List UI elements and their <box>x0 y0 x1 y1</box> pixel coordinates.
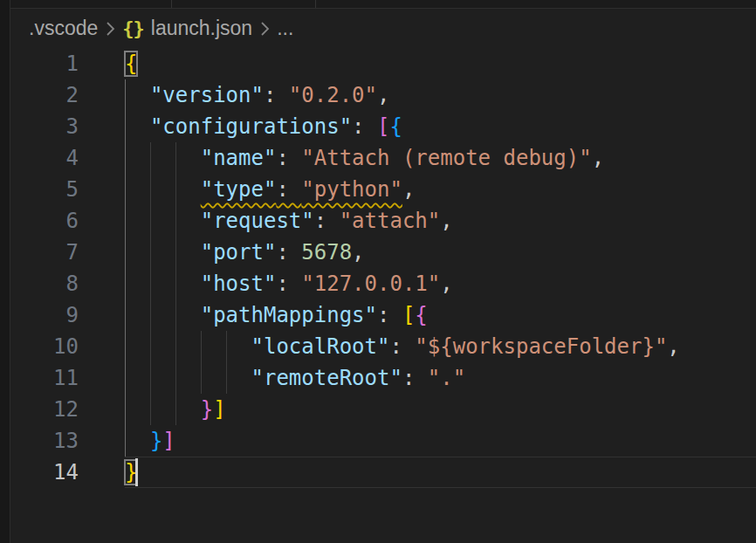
code-token: "localRoot" <box>251 334 390 359</box>
code-token: : <box>276 146 301 170</box>
code-token <box>125 114 150 139</box>
line-number: 13 <box>10 425 125 457</box>
code-token: "attach" <box>340 209 441 233</box>
line-number: 14 <box>10 457 125 488</box>
code-token: "version" <box>150 83 264 107</box>
breadcrumb-folder[interactable]: .vscode <box>29 17 98 40</box>
line-number: 8 <box>10 268 125 299</box>
code-token: , <box>352 240 364 265</box>
code-line-content[interactable]: "request": "attach", <box>125 205 756 237</box>
tab-separator <box>315 0 316 8</box>
code-token: "configurations" <box>150 114 352 139</box>
code-line[interactable]: 10 "localRoot": "${workspaceFolder}", <box>10 331 756 362</box>
code-token: , <box>402 177 415 202</box>
code-line[interactable]: 7 "port": 5678, <box>10 237 756 268</box>
code-line[interactable]: 1{ <box>10 48 756 79</box>
code-token: "127.0.0.1" <box>301 272 440 296</box>
code-line[interactable]: 5 "type": "python", <box>10 174 756 205</box>
code-token <box>125 366 251 390</box>
code-line[interactable]: 14} <box>10 457 756 488</box>
code-editor[interactable]: 1{2 "version": "0.2.0",3 "configurations… <box>10 48 756 488</box>
chevron-right-icon <box>258 18 271 39</box>
code-token: "host" <box>201 272 277 296</box>
code-line[interactable]: 8 "host": "127.0.0.1", <box>10 268 756 299</box>
code-line[interactable]: 6 "request": "attach", <box>10 205 756 237</box>
line-number: 10 <box>10 331 125 362</box>
code-token <box>125 272 201 296</box>
code-line[interactable]: 11 "remoteRoot": "." <box>10 362 756 394</box>
code-line-content[interactable]: } <box>125 457 756 488</box>
code-token: : <box>352 114 377 139</box>
breadcrumb-symbol[interactable]: ... <box>277 17 293 40</box>
code-token: "python" <box>301 177 402 202</box>
code-token: } <box>150 429 162 453</box>
code-line[interactable]: 9 "pathMappings": [{ <box>10 299 756 331</box>
matched-bracket: { <box>125 52 137 76</box>
line-number: 12 <box>10 394 125 425</box>
code-token: "port" <box>201 240 277 265</box>
line-number: 7 <box>10 237 125 268</box>
code-token <box>125 334 251 359</box>
code-token <box>125 146 201 170</box>
code-token: , <box>377 83 389 107</box>
code-token: { <box>389 114 402 139</box>
tab-separator <box>171 0 172 8</box>
code-line-content[interactable]: { <box>125 48 756 79</box>
line-number: 11 <box>10 362 125 394</box>
code-line[interactable]: 4 "name": "Attach (remote debug)", <box>10 142 756 174</box>
code-token <box>125 429 150 453</box>
code-line-content[interactable]: "version": "0.2.0", <box>125 79 756 111</box>
chevron-right-icon <box>104 18 116 39</box>
code-line-content[interactable]: "type": "python", <box>125 174 756 205</box>
code-token: "." <box>428 366 465 390</box>
code-token <box>125 209 201 233</box>
code-token: , <box>440 272 452 296</box>
code-line-content[interactable]: "host": "127.0.0.1", <box>125 268 756 299</box>
json-braces-icon: {} <box>122 17 144 39</box>
line-number: 1 <box>10 48 125 79</box>
code-line-content[interactable]: "name": "Attach (remote debug)", <box>125 142 756 174</box>
code-line-content[interactable]: "port": 5678, <box>125 237 756 268</box>
code-line-content[interactable]: "localRoot": "${workspaceFolder}", <box>125 331 756 362</box>
code-token: [ <box>402 303 415 327</box>
code-token <box>125 240 201 265</box>
code-line[interactable]: 12 }] <box>10 394 756 425</box>
line-number: 6 <box>10 205 125 237</box>
code-line-content[interactable]: }] <box>125 394 756 425</box>
code-token: : <box>276 177 301 202</box>
code-token: "request" <box>201 209 314 233</box>
code-token <box>125 303 201 327</box>
editor-pane: .vscode {} launch.json ... 1{2 "version"… <box>10 9 756 543</box>
window-left-edge <box>0 0 10 543</box>
tab-bar-bottom-edge <box>0 0 756 9</box>
code-token: , <box>440 209 452 233</box>
breadcrumb-file[interactable]: {} launch.json <box>122 17 252 40</box>
code-token: "pathMappings" <box>201 303 377 327</box>
line-number: 9 <box>10 299 125 331</box>
code-line[interactable]: 3 "configurations": [{ <box>10 111 756 142</box>
code-line-content[interactable]: "configurations": [{ <box>125 111 756 142</box>
code-token: ] <box>213 397 225 422</box>
code-token: "remoteRoot" <box>251 366 402 390</box>
code-line[interactable]: 13 }] <box>10 425 756 457</box>
code-line-content[interactable]: "pathMappings": [{ <box>125 299 756 331</box>
code-token: "name" <box>201 146 277 170</box>
code-token: "type" <box>201 177 277 202</box>
code-token: : <box>314 209 340 233</box>
code-token: "${workspaceFolder}" <box>415 334 667 359</box>
code-token: : <box>402 366 428 390</box>
code-token: : <box>276 240 301 265</box>
code-token <box>125 397 201 422</box>
code-token: ] <box>162 429 175 453</box>
code-token: 5678 <box>301 240 352 265</box>
line-number: 5 <box>10 174 125 205</box>
code-token: : <box>389 334 415 359</box>
code-line[interactable]: 2 "version": "0.2.0", <box>10 79 756 111</box>
code-token: : <box>377 303 402 327</box>
code-line-content[interactable]: }] <box>125 425 756 457</box>
code-token <box>125 177 201 202</box>
code-token: : <box>264 83 289 107</box>
code-token: , <box>667 334 679 359</box>
code-line-content[interactable]: "remoteRoot": "." <box>125 362 756 394</box>
code-token: "0.2.0" <box>289 83 377 107</box>
